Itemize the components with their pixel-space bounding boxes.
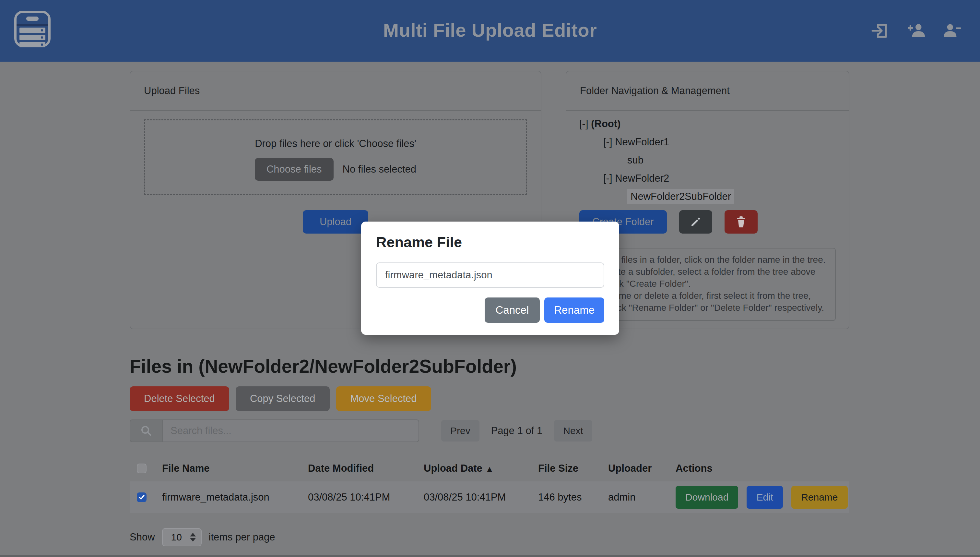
tree-toggle[interactable]: [-]	[603, 136, 612, 148]
column-header-file-name[interactable]: File Name	[162, 463, 308, 474]
items-per-page-value: 10	[163, 532, 182, 543]
cell-upload-date: 03/08/25 10:41PM	[424, 492, 538, 503]
copy-selected-button[interactable]: Copy Selected	[236, 386, 330, 411]
remove-user-icon[interactable]	[944, 22, 961, 39]
help-line: To rename or delete a folder, first sele…	[588, 290, 827, 314]
cell-uploader: admin	[608, 492, 676, 503]
tree-item-newfolder2subfolder[interactable]: NewFolder2SubFolder	[579, 187, 836, 206]
page-title: Multi File Upload Editor	[0, 0, 980, 60]
modal-rename-button[interactable]: Rename	[544, 298, 604, 323]
items-per-page-suffix: items per page	[209, 531, 275, 543]
column-header-uploader[interactable]: Uploader	[608, 463, 676, 474]
cell-file-size: 146 bytes	[538, 492, 608, 503]
cancel-button[interactable]: Cancel	[485, 298, 540, 323]
delete-folder-button[interactable]	[725, 210, 758, 234]
tree-label[interactable]: NewFolder2	[615, 173, 669, 184]
rename-file-modal: Rename File Cancel Rename	[361, 221, 619, 335]
tree-item-sub[interactable]: sub	[579, 151, 836, 169]
column-header-actions: Actions	[676, 463, 849, 474]
upload-panel-title: Upload Files	[130, 72, 541, 111]
page-indicator: Page 1 of 1	[491, 425, 543, 436]
window-bottom-edge	[0, 555, 980, 557]
tree-label[interactable]: (Root)	[591, 118, 620, 129]
download-button[interactable]: Download	[676, 486, 738, 509]
choose-files-button[interactable]: Choose files	[255, 158, 334, 181]
tree-item-newfolder2[interactable]: [-] NewFolder2	[579, 169, 836, 187]
row-checkbox[interactable]	[137, 492, 146, 502]
no-files-selected-text: No files selected	[343, 163, 416, 175]
help-line: To create a subfolder, select a folder f…	[588, 266, 827, 290]
rename-filename-input[interactable]	[376, 262, 604, 288]
trash-icon	[735, 215, 748, 228]
app-root: Multi File Upload Editor Upload Files	[0, 0, 980, 557]
cell-date-modified: 03/08/25 10:41PM	[308, 492, 424, 503]
search-input[interactable]	[162, 419, 419, 442]
select-stepper-icon	[190, 533, 196, 542]
file-dropzone[interactable]: Drop files here or click 'Choose files' …	[144, 119, 527, 195]
column-header-upload-date[interactable]: Upload Date▲	[424, 463, 538, 474]
move-selected-button[interactable]: Move Selected	[336, 386, 431, 411]
modal-title: Rename File	[376, 234, 604, 251]
tree-item-newfolder1[interactable]: [-] NewFolder1	[579, 133, 836, 151]
dropzone-instructions: Drop files here or click 'Choose files'	[145, 138, 526, 150]
table-row: firmware_metadata.json 03/08/25 10:41PM …	[130, 481, 849, 513]
help-line: To view files in a folder, click on the …	[588, 254, 827, 266]
upload-button[interactable]: Upload	[303, 210, 368, 234]
select-all-checkbox[interactable]	[137, 464, 146, 473]
tree-item-root[interactable]: [-] (Root)	[579, 115, 836, 133]
tree-label-selected[interactable]: NewFolder2SubFolder	[627, 189, 734, 204]
pencil-icon	[690, 216, 702, 228]
cell-file-name: firmware_metadata.json	[162, 492, 308, 503]
sort-ascending-icon: ▲	[486, 464, 494, 473]
rename-button[interactable]: Rename	[791, 486, 847, 509]
tree-label[interactable]: NewFolder1	[615, 136, 669, 148]
items-per-page-select[interactable]: 10	[162, 528, 202, 546]
prev-page-button[interactable]: Prev	[441, 420, 479, 441]
files-table: File Name Date Modified Upload Date▲ Fil…	[130, 458, 849, 513]
tree-label[interactable]: sub	[627, 155, 644, 166]
add-user-icon[interactable]	[907, 22, 925, 39]
files-section-heading: Files in (NewFolder2/NewFolder2SubFolder…	[130, 355, 517, 377]
rename-folder-button[interactable]	[679, 210, 712, 234]
next-page-button[interactable]: Next	[554, 420, 592, 441]
show-label: Show	[130, 531, 155, 543]
folder-panel-title: Folder Navigation & Management	[566, 72, 849, 111]
column-header-date-modified[interactable]: Date Modified	[308, 463, 424, 474]
edit-button[interactable]: Edit	[746, 486, 783, 509]
login-icon[interactable]	[871, 22, 889, 39]
app-header: Multi File Upload Editor	[0, 0, 980, 62]
checkmark-icon	[138, 494, 145, 501]
header-icon-group	[871, 0, 961, 62]
tree-toggle[interactable]: [-]	[579, 118, 588, 129]
tree-toggle[interactable]: [-]	[603, 173, 612, 184]
files-table-header: File Name Date Modified Upload Date▲ Fil…	[130, 458, 849, 479]
delete-selected-button[interactable]: Delete Selected	[130, 386, 229, 411]
column-header-file-size[interactable]: File Size	[538, 463, 608, 474]
search-icon	[140, 425, 152, 436]
search-addon	[130, 419, 162, 442]
